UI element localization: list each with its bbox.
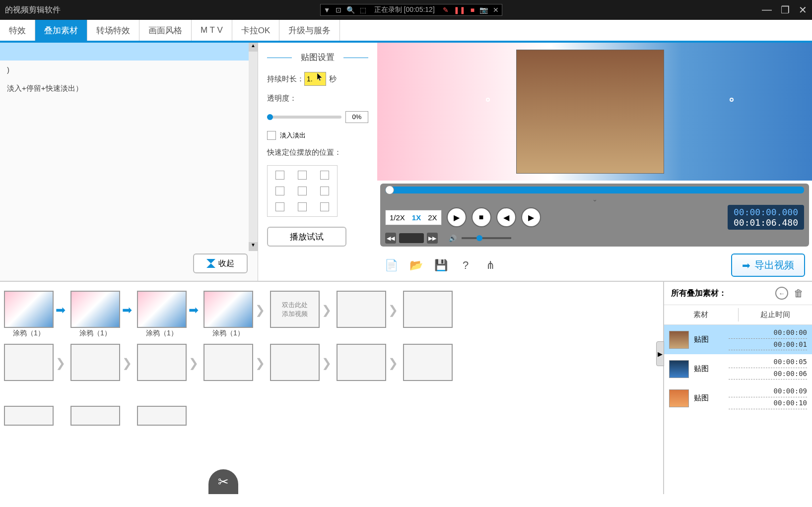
list-item[interactable]	[0, 43, 258, 61]
tab-mtv[interactable]: M T V	[192, 20, 232, 41]
arrow-icon[interactable]: ❯	[322, 303, 335, 316]
clip-empty[interactable]	[137, 406, 187, 426]
prev-frame-button[interactable]: ◀	[496, 207, 516, 227]
pos-bot-left[interactable]	[275, 202, 284, 211]
scissors-button[interactable]: ✂	[208, 469, 238, 494]
arrow-icon[interactable]: ❯	[56, 356, 68, 369]
clip-empty[interactable]	[403, 291, 453, 328]
forward-button[interactable]: ▶▶	[427, 233, 438, 244]
arrow-icon[interactable]: ❯	[388, 303, 401, 316]
stop-button[interactable]: ■	[472, 207, 491, 227]
pos-mid-left[interactable]	[275, 187, 284, 195]
save-icon[interactable]: 💾	[434, 258, 448, 272]
list-item[interactable]: 淡入+停留+快速淡出）	[0, 79, 258, 98]
clip-placeholder[interactable]: 双击此处 添加视频	[270, 291, 320, 328]
close-icon[interactable]: ✕	[799, 4, 807, 16]
clip-empty[interactable]	[4, 406, 54, 426]
arrow-icon[interactable]: ➡	[189, 303, 202, 316]
pos-top-right[interactable]	[320, 171, 329, 180]
rewind-button[interactable]: ◀◀	[385, 233, 396, 244]
volume-icon[interactable]: 🔊	[449, 235, 457, 242]
arrow-icon[interactable]: ❯	[388, 356, 401, 369]
clip-empty[interactable]	[70, 344, 120, 381]
arrow-icon[interactable]: ➡	[122, 303, 135, 316]
handle-icon[interactable]	[730, 98, 734, 102]
volume-thumb[interactable]	[476, 235, 482, 241]
edit-icon[interactable]: ✎	[443, 6, 449, 14]
clip-empty[interactable]	[403, 344, 453, 381]
material-item[interactable]: 贴图 00:00:00 00:00:01	[664, 325, 812, 354]
expand-handle[interactable]: ▶	[656, 341, 664, 366]
scroll-up-icon[interactable]: ▲	[249, 43, 258, 52]
back-icon[interactable]: ←	[775, 287, 788, 300]
clip-empty[interactable]	[337, 291, 386, 328]
material-item[interactable]: 贴图 00:00:05 00:00:06	[664, 354, 812, 383]
clip-empty[interactable]	[4, 344, 54, 381]
tab-karaoke[interactable]: 卡拉OK	[232, 20, 280, 41]
clip-empty[interactable]	[203, 344, 253, 381]
arrow-icon[interactable]: ➡	[56, 303, 68, 316]
speed-half[interactable]: 1/2X	[388, 212, 407, 223]
jog-wheel[interactable]	[399, 233, 424, 243]
material-item[interactable]: 贴图 00:00:09 00:00:10	[664, 383, 812, 413]
seek-bar[interactable]	[385, 187, 804, 193]
tab-upgrade[interactable]: 升级与服务	[279, 20, 340, 41]
arrow-icon[interactable]: ❯	[255, 356, 268, 369]
zoom-icon[interactable]: 🔍	[346, 6, 355, 14]
chevron-down-icon[interactable]: ⌄	[592, 195, 598, 203]
arrow-icon[interactable]: ❯	[322, 356, 335, 369]
close-rec-icon[interactable]: ✕	[493, 6, 499, 14]
preview-canvas[interactable]	[377, 43, 812, 181]
clip-empty[interactable]	[137, 344, 187, 381]
clip[interactable]: 涂鸦（1）	[70, 291, 120, 328]
opacity-slider[interactable]	[267, 116, 341, 119]
volume-slider[interactable]	[462, 237, 511, 239]
clip-empty[interactable]	[337, 344, 386, 381]
tab-transition[interactable]: 转场特效	[87, 20, 139, 41]
region-icon[interactable]: ⬚	[360, 6, 366, 14]
scrollbar[interactable]: ▲ ▼	[249, 43, 258, 251]
clip[interactable]: 涂鸦（1）	[203, 291, 253, 328]
open-icon[interactable]: 📂	[409, 258, 423, 272]
pos-mid-right[interactable]	[320, 187, 329, 195]
clip-empty[interactable]	[270, 344, 320, 381]
delete-icon[interactable]: 🗑	[792, 287, 805, 300]
seek-thumb[interactable]	[385, 186, 394, 194]
arrow-icon[interactable]: ❯	[255, 303, 268, 316]
arrow-icon[interactable]: ❯	[122, 356, 135, 369]
help-icon[interactable]: ?	[459, 258, 473, 272]
fade-checkbox[interactable]	[267, 131, 276, 140]
maximize-icon[interactable]: ❐	[781, 4, 790, 16]
opacity-value[interactable]: 0%	[345, 111, 368, 123]
share-icon[interactable]: ⋔	[483, 258, 497, 272]
camera-icon[interactable]: 📷	[479, 6, 488, 14]
play-test-button[interactable]: 播放试试	[267, 227, 346, 247]
clip[interactable]: 涂鸦（1）	[4, 291, 54, 328]
pos-bot-right[interactable]	[320, 202, 329, 211]
list-item[interactable]: )	[0, 61, 258, 79]
pos-top-center[interactable]	[298, 171, 307, 180]
new-icon[interactable]: 📄	[384, 258, 398, 272]
clip[interactable]: 涂鸦（1）	[137, 291, 187, 328]
tab-effects[interactable]: 特效	[0, 20, 35, 41]
speed-1x[interactable]: 1X	[410, 212, 423, 223]
minimize-icon[interactable]: —	[762, 4, 772, 16]
tab-overlay[interactable]: 叠加素材	[35, 20, 87, 41]
handle-icon[interactable]	[486, 98, 490, 102]
pause-icon[interactable]: ❚❚	[454, 6, 466, 14]
next-frame-button[interactable]: ▶	[521, 207, 541, 227]
pos-mid-center[interactable]	[298, 187, 307, 195]
export-button[interactable]: ➡ 导出视频	[731, 254, 805, 277]
speed-2x[interactable]: 2X	[426, 212, 439, 223]
collapse-button[interactable]: 收起	[193, 254, 248, 273]
pos-top-left[interactable]	[275, 171, 284, 180]
scroll-down-icon[interactable]: ▼	[249, 242, 258, 251]
pos-bot-center[interactable]	[298, 202, 307, 211]
dropdown-icon[interactable]: ▼	[324, 6, 331, 14]
stop-icon[interactable]: ■	[471, 6, 474, 14]
slider-thumb[interactable]	[267, 114, 273, 120]
tab-style[interactable]: 画面风格	[139, 20, 192, 41]
window-icon[interactable]: ⊡	[336, 6, 341, 14]
arrow-icon[interactable]: ❯	[189, 356, 202, 369]
play-button[interactable]: ▶	[447, 207, 467, 227]
